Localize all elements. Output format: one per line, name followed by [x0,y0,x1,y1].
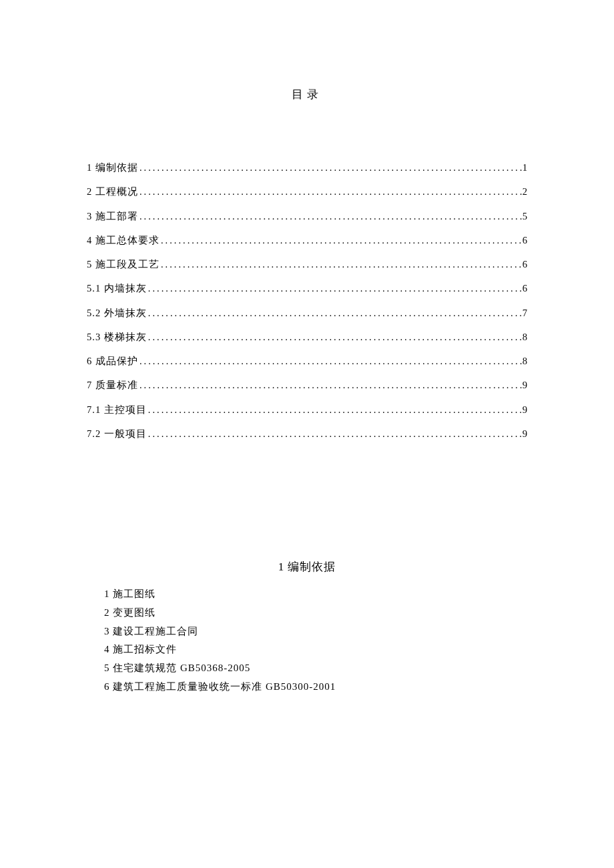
toc-label: 4 施工总体要求 [87,228,160,252]
toc-label: 5.2 外墙抹灰 [87,301,147,325]
body-list: 1 施工图纸 2 变更图纸 3 建设工程施工合同 4 施工招标文件 5 住宅建筑… [87,585,527,697]
toc-page: 6 [523,228,527,252]
toc-entry: 7 质量标准 9 [87,373,527,397]
toc-entry: 1 编制依据 1 [87,155,527,179]
toc-title: 目录 [87,87,527,102]
toc-label: 2 工程概况 [87,179,138,203]
section-heading: 1 编制依据 [87,559,527,574]
toc-page: 6 [523,252,527,276]
toc-entry: 5 施工段及工艺 6 [87,252,527,276]
toc-label: 7 质量标准 [87,373,138,397]
toc-dots [160,252,523,276]
toc-entry: 7.1 主控项目 9 [87,398,527,422]
toc-entry: 5.3 楼梯抹灰 8 [87,325,527,349]
toc-label: 1 编制依据 [87,155,138,179]
toc-entry: 6 成品保护 8 [87,349,527,373]
toc-page: 2 [523,179,527,203]
toc-dots [147,301,523,325]
body-item: 3 建设工程施工合同 [104,622,527,641]
body-item: 1 施工图纸 [104,585,527,604]
toc-page: 6 [523,276,527,300]
toc-dots [138,349,523,373]
toc-label: 7.1 主控项目 [87,398,147,422]
toc-label: 5.1 内墙抹灰 [87,276,147,300]
toc-entry: 5.1 内墙抹灰 6 [87,276,527,300]
body-item: 6 建筑工程施工质量验收统一标准 GB50300-2001 [104,678,527,697]
toc-dots [138,179,523,203]
toc-dots [147,325,523,349]
toc-dots [147,422,523,446]
toc-label: 6 成品保护 [87,349,138,373]
toc-entry: 5.2 外墙抹灰 7 [87,301,527,325]
toc-dots [147,398,523,422]
toc-entry: 2 工程概况 2 [87,179,527,203]
toc-page: 9 [523,422,527,446]
toc-label: 5.3 楼梯抹灰 [87,325,147,349]
toc-page: 5 [523,204,527,228]
toc-label: 5 施工段及工艺 [87,252,160,276]
toc-entry: 4 施工总体要求 6 [87,228,527,252]
toc-dots [138,204,523,228]
toc-page: 9 [523,398,527,422]
toc-page: 9 [523,373,527,397]
toc-dots [147,276,523,300]
toc-dots [138,155,523,179]
toc-entry: 7.2 一般项目 9 [87,422,527,446]
toc-page: 8 [523,325,527,349]
toc-page: 8 [523,349,527,373]
toc-page: 1 [523,155,527,179]
body-item: 5 住宅建筑规范 GB50368-2005 [104,659,527,678]
toc-dots [160,228,523,252]
body-item: 2 变更图纸 [104,604,527,622]
body-item: 4 施工招标文件 [104,640,527,659]
toc-list: 1 编制依据 1 2 工程概况 2 3 施工部署 5 4 施工总体要求 6 5 … [87,155,527,446]
toc-label: 7.2 一般项目 [87,422,147,446]
toc-page: 7 [523,301,527,325]
toc-dots [138,373,523,397]
toc-label: 3 施工部署 [87,204,138,228]
toc-entry: 3 施工部署 5 [87,204,527,228]
